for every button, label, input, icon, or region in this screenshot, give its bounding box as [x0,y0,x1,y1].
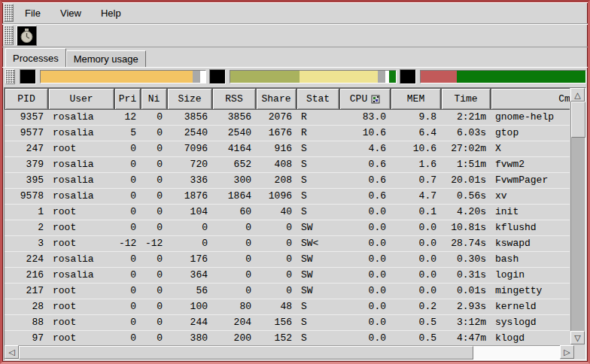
cell-pri: 0 [114,220,141,235]
menu-view[interactable]: View [50,3,91,23]
cell-pri: 0 [114,141,141,156]
cell-pri: 0 [114,173,141,188]
scroll-left-button[interactable]: ◁ [5,345,19,359]
cell-rss: 0 [212,252,256,267]
process-row[interactable]: 9577 rosalia 5 0 2540 2540 1676 R 10.6 6… [5,126,570,141]
cell-stat: R [297,126,339,141]
cell-share: 1096 [256,189,297,204]
column-header[interactable]: Size [167,88,212,110]
scroll-right-button[interactable]: ▷ [560,345,574,359]
process-row[interactable]: 2 root 0 0 0 0 0 SW 0.0 0.0 10.81s kflus… [5,220,570,236]
cell-command: gtop [491,126,570,141]
tab-memory-usage[interactable]: Memory usage [66,50,146,67]
memory-usage-bar [230,70,396,83]
cell-stat: SW [297,220,339,235]
vertical-scrollbar: △ ▽ [570,88,585,344]
menu-help[interactable]: Help [91,3,131,23]
cell-size: 56 [167,284,212,299]
column-header[interactable]: Pri [114,88,141,110]
vertical-scrollbar-thumb[interactable] [571,102,585,138]
vertical-scrollbar-trough[interactable] [570,102,585,331]
cell-share: 48 [256,299,297,314]
memory-usage-segment [300,71,377,83]
cell-pri: 0 [114,315,141,330]
cell-size: 720 [167,157,212,172]
column-header-label: Size [178,93,201,105]
cell-pri: 0 [114,205,141,220]
cell-ni: 0 [141,331,167,344]
process-row[interactable]: 224 rosalia 0 0 176 0 0 SW 0.0 0.0 0.30s… [5,252,570,268]
cell-pid: 28 [5,299,48,314]
summary-bar-row [2,68,588,86]
cell-size: 3856 [167,110,212,125]
process-row[interactable]: 9357 rosalia 12 0 3856 3856 2076 R 83.0 … [5,110,570,126]
cell-pid: 88 [5,315,48,330]
cell-time: 4:47m [441,331,491,344]
cell-time: 3:12m [441,315,491,330]
cell-user: rosalia [48,110,114,125]
cell-size: 0 [167,220,212,235]
process-row[interactable]: 88 root 0 0 244 204 156 S 0.0 0.5 3:12m … [5,315,570,331]
cell-user: root [48,220,114,235]
timer-button[interactable] [17,26,37,46]
column-header[interactable]: User [48,88,114,110]
cell-command: kswapd [491,236,570,251]
process-row[interactable]: 216 rosalia 0 0 364 0 0 SW 0.0 0.0 0.31s… [5,268,570,284]
column-header[interactable]: RSS [212,88,256,110]
cell-time: 10.81s [441,220,491,235]
process-row[interactable]: 217 root 0 0 56 0 0 SW 0.0 0.0 0.01s min… [5,284,570,299]
cell-pid: 3 [5,236,48,251]
menu-file[interactable]: File [15,3,50,23]
horizontal-scrollbar-thumb[interactable] [19,346,473,359]
cell-ni: 0 [141,205,167,220]
toolbar-drag-handle[interactable] [4,26,14,45]
cell-pri: 12 [114,110,141,125]
column-header[interactable]: Ni [141,88,167,110]
column-header-label: User [69,93,93,105]
process-row[interactable]: 9578 rosalia 0 0 1876 1864 1096 S 0.6 4.… [5,189,570,205]
cell-user: rosalia [48,268,114,283]
column-header[interactable]: MEM [391,88,441,110]
cell-size: 244 [167,315,212,330]
cell-command: login [491,268,570,283]
cell-mem: 0.0 [391,252,441,267]
process-row[interactable]: 3 root -12 -12 0 0 0 SW< 0.0 0.0 28.74s … [5,236,570,252]
tab-memory-usage-label: Memory usage [74,53,138,65]
scroll-down-button[interactable]: ▽ [570,331,585,344]
swap-usage-segment [421,71,457,83]
memory-usage-segment [389,71,396,83]
scroll-left-icon: ◁ [8,348,14,356]
cell-mem: 10.6 [391,141,441,156]
scroll-up-button[interactable]: △ [570,88,585,102]
process-row[interactable]: 395 rosalia 0 0 336 300 208 S 0.6 0.7 20… [5,173,570,189]
column-header[interactable]: CPU [339,88,391,110]
column-header[interactable]: Cmd [491,88,570,110]
column-header[interactable]: Share [256,88,297,110]
tab-processes-label: Processes [13,53,59,64]
column-header[interactable]: PID [5,88,48,110]
cell-rss: 0 [212,220,256,235]
cell-size: 100 [167,299,212,314]
cell-pri: 0 [114,189,141,204]
process-row[interactable]: 379 rosalia 0 0 720 652 408 S 0.6 1.6 1:… [5,157,570,173]
column-header-label: Ni [148,93,160,105]
cell-pid: 9577 [5,126,48,141]
cell-pri: 0 [114,284,141,299]
swap-usage-segment [457,71,585,83]
horizontal-scrollbar-trough[interactable] [19,345,560,359]
cell-cpu: 0.0 [339,299,391,314]
summary-drag-handle[interactable] [5,69,15,84]
cell-share: 0 [256,268,297,283]
column-header[interactable]: Time [441,88,491,110]
cell-command: bash [491,252,570,267]
cell-mem: 0.5 [391,331,441,344]
process-row[interactable]: 97 root 0 0 380 200 152 S 0.0 0.5 4:47m … [5,331,570,344]
column-header-label: CPU [350,93,367,105]
process-row[interactable]: 1 root 0 0 104 60 40 S 0.0 0.1 4.20s ini… [5,205,570,220]
process-row[interactable]: 247 root 0 0 7096 4164 916 S 4.6 10.6 27… [5,141,570,157]
column-header[interactable]: Stat [297,88,339,110]
tab-processes[interactable]: Processes [5,48,66,67]
cell-time: 0.31s [441,268,491,283]
process-row[interactable]: 28 root 0 0 100 80 48 S 0.0 0.2 2.93s ke… [5,299,570,315]
menubar-drag-handle[interactable] [4,4,14,22]
